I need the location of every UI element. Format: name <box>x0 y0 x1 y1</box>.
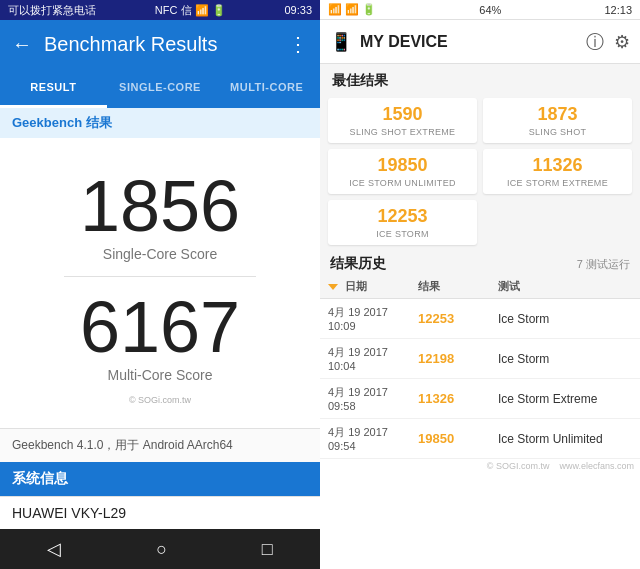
test-col-header: 测试 <box>498 279 632 294</box>
geekbench-label: Geekbench 结果 <box>0 108 320 138</box>
left-panel: 可以拨打紧急电话 NFC 信 📶 🔋 09:33 ← Benchmark Res… <box>0 0 320 569</box>
ice-storm-extreme-name: ICE STORM EXTREME <box>487 178 628 188</box>
back-button[interactable]: ← <box>12 33 32 56</box>
tab-multi-core[interactable]: MULTI-CORE <box>213 68 320 108</box>
single-core-label: Single-Core Score <box>80 246 240 262</box>
result-card-ice-storm-extreme: 11326 ICE STORM EXTREME <box>483 149 632 194</box>
right-watermark: © SOGI.com.tw www.elecfans.com <box>320 459 640 473</box>
right-header-title: MY DEVICE <box>360 33 576 51</box>
sling-shot-score: 1873 <box>487 104 628 125</box>
best-results-grid: 1590 SLING SHOT EXTREME 1873 SLING SHOT … <box>320 94 640 249</box>
row4-date: 4月 19 201709:54 <box>328 425 418 452</box>
version-info: Geekbench 4.1.0，用于 Android AArch64 <box>0 428 320 462</box>
history-count: 7 测试运行 <box>577 257 630 272</box>
multi-core-block: 6167 Multi-Core Score <box>80 291 240 383</box>
row2-test: Ice Storm <box>498 352 632 366</box>
row1-test: Ice Storm <box>498 312 632 326</box>
single-core-score: 1856 <box>80 170 240 242</box>
table-row: 4月 19 201710:04 12198 Ice Storm <box>320 339 640 379</box>
ice-storm-name: ICE STORM <box>332 229 473 239</box>
row2-score: 12198 <box>418 351 498 366</box>
tab-single-core[interactable]: SINGLE-CORE <box>107 68 214 108</box>
nav-recent-button[interactable]: □ <box>262 539 273 560</box>
emergency-text: 可以拨打紧急电话 <box>8 3 96 18</box>
table-row: 4月 19 201709:58 11326 Ice Storm Extreme <box>320 379 640 419</box>
nav-home-button[interactable]: ○ <box>156 539 167 560</box>
single-core-block: 1856 Single-Core Score <box>80 170 240 262</box>
result-card-ice-storm-unlimited: 19850 ICE STORM UNLIMITED <box>328 149 477 194</box>
bottom-nav-left: ◁ ○ □ <box>0 529 320 569</box>
row1-date: 4月 19 201710:09 <box>328 305 418 332</box>
page-title: Benchmark Results <box>44 33 288 56</box>
my-device-icon: 📱 <box>330 31 352 53</box>
left-watermark: © SOGi.com.tw <box>129 393 191 407</box>
system-info-header: 系统信息 <box>0 462 320 496</box>
right-status-bar: 📶 📶 🔋 64% 12:13 <box>320 0 640 20</box>
result-col-header: 结果 <box>418 279 498 294</box>
sling-shot-name: SLING SHOT <box>487 127 628 137</box>
status-icons: NFC 信 📶 🔋 <box>155 3 226 18</box>
sling-shot-extreme-name: SLING SHOT EXTREME <box>332 127 473 137</box>
left-status-bar: 可以拨打紧急电话 NFC 信 📶 🔋 09:33 <box>0 0 320 20</box>
table-row: 4月 19 201710:09 12253 Ice Storm <box>320 299 640 339</box>
right-header: 📱 MY DEVICE ⓘ ⚙ <box>320 20 640 64</box>
date-col-header: 日期 <box>328 279 418 294</box>
ice-storm-unlimited-name: ICE STORM UNLIMITED <box>332 178 473 188</box>
row3-test: Ice Storm Extreme <box>498 392 632 406</box>
multi-core-score: 6167 <box>80 291 240 363</box>
best-results-title: 最佳结果 <box>320 64 640 94</box>
table-header: 日期 结果 测试 <box>320 275 640 299</box>
settings-icon[interactable]: ⚙ <box>614 31 630 53</box>
scores-section: 1856 Single-Core Score 6167 Multi-Core S… <box>0 138 320 428</box>
right-battery: 64% <box>479 4 501 16</box>
sort-icon <box>328 284 338 290</box>
table-row: 4月 19 201709:54 19850 Ice Storm Unlimite… <box>320 419 640 459</box>
ice-storm-score: 12253 <box>332 206 473 227</box>
right-status-left: 📶 📶 🔋 <box>328 3 376 16</box>
row4-test: Ice Storm Unlimited <box>498 432 632 446</box>
row3-score: 11326 <box>418 391 498 406</box>
row2-date: 4月 19 201710:04 <box>328 345 418 372</box>
history-header: 结果历史 7 测试运行 <box>320 249 640 275</box>
result-card-ice-storm: 12253 ICE STORM <box>328 200 477 245</box>
history-table: 日期 结果 测试 4月 19 201710:09 12253 Ice Storm… <box>320 275 640 569</box>
row1-score: 12253 <box>418 311 498 326</box>
left-tabs: RESULT SINGLE-CORE MULTI-CORE <box>0 68 320 108</box>
history-title: 结果历史 <box>330 255 386 273</box>
device-name: HUAWEI VKY-L29 <box>0 496 320 529</box>
ice-storm-unlimited-score: 19850 <box>332 155 473 176</box>
right-panel: 📶 📶 🔋 64% 12:13 📱 MY DEVICE ⓘ ⚙ 最佳结果 159… <box>320 0 640 569</box>
left-time: 09:33 <box>284 4 312 16</box>
left-header: ← Benchmark Results ⋮ <box>0 20 320 68</box>
ice-storm-extreme-score: 11326 <box>487 155 628 176</box>
score-divider <box>64 276 256 277</box>
sling-shot-extreme-score: 1590 <box>332 104 473 125</box>
result-card-sling-shot-extreme: 1590 SLING SHOT EXTREME <box>328 98 477 143</box>
row4-score: 19850 <box>418 431 498 446</box>
multi-core-label: Multi-Core Score <box>80 367 240 383</box>
nav-back-button[interactable]: ◁ <box>47 538 61 560</box>
more-icon[interactable]: ⋮ <box>288 32 308 56</box>
result-card-sling-shot: 1873 SLING SHOT <box>483 98 632 143</box>
row3-date: 4月 19 201709:58 <box>328 385 418 412</box>
info-icon[interactable]: ⓘ <box>586 30 604 54</box>
tab-result[interactable]: RESULT <box>0 68 107 108</box>
right-time: 12:13 <box>604 4 632 16</box>
